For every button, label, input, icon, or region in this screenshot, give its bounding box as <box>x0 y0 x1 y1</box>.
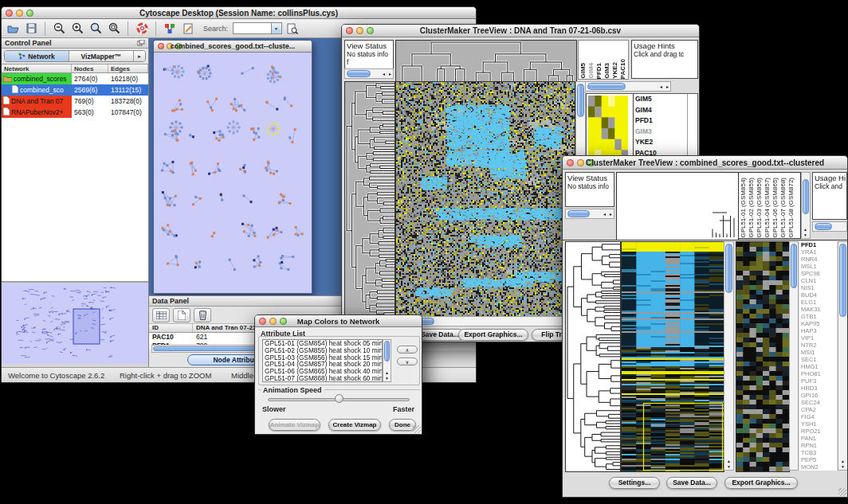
heatmap-zoom-canvas[interactable] <box>588 96 628 161</box>
scroll-left-icon[interactable] <box>382 72 386 76</box>
open-file-button[interactable] <box>5 21 21 37</box>
view-status-hscrollbar[interactable] <box>565 209 614 219</box>
gene-label[interactable]: RPO21 <box>799 428 837 435</box>
row-dendrogram-canvas[interactable] <box>344 81 395 317</box>
resize-grip[interactable] <box>838 488 846 496</box>
tab-vizmapper[interactable]: VizMapper™ <box>69 51 134 61</box>
gene-label[interactable]: FIG4 <box>799 413 837 420</box>
vizmapper-button[interactable] <box>162 21 178 37</box>
network-frame-titlebar[interactable]: combined_scores_good.txt--cluste... <box>154 41 312 53</box>
scrollbar-thumb[interactable] <box>384 341 390 361</box>
gene-label[interactable]: PAN1 <box>799 435 837 442</box>
delete-attribute-button[interactable] <box>194 308 211 322</box>
gene-label[interactable]: PUF3 <box>799 377 837 385</box>
scroll-right-icon[interactable] <box>609 212 613 217</box>
scrollbar-thumb[interactable] <box>725 244 732 293</box>
column-label[interactable]: GPL51-02 (GSM855) <box>748 178 756 238</box>
gene-label[interactable]: RPN1 <box>799 442 837 449</box>
tab-network[interactable]: Network <box>5 51 69 61</box>
scrollbar-thumb[interactable] <box>839 244 846 317</box>
network-row[interactable]: combined_sco 2569(6) 13112(15) <box>2 84 148 96</box>
column-label[interactable]: GPL51-07 (GSM868) <box>779 178 787 238</box>
treeview1-titlebar[interactable]: ClusterMaker TreeView : DNA and Tran 07-… <box>342 25 699 37</box>
scroll-up-icon[interactable] <box>385 370 389 375</box>
treeview2-titlebar[interactable]: ClusterMaker TreeView : combined_scores_… <box>563 156 847 170</box>
main-window-titlebar[interactable]: Cytoscape Desktop (Session Name: collins… <box>2 7 476 19</box>
gene-label[interactable]: ELG1 <box>799 299 837 306</box>
gene-label[interactable]: SPC98 <box>799 270 837 277</box>
scroll-right-icon[interactable] <box>388 72 392 76</box>
slider-thumb[interactable] <box>335 394 344 403</box>
overview-canvas[interactable] <box>2 283 147 363</box>
column-label[interactable]: GPL51-04 (GSM857) <box>764 178 771 238</box>
gene-label[interactable]: YRA1 <box>799 248 837 256</box>
dialog-titlebar[interactable]: Map Colors to Network <box>255 315 422 327</box>
zoom-vscrollbar[interactable] <box>789 241 799 471</box>
advanced-search-button[interactable] <box>285 21 300 37</box>
gene-label[interactable]: GIM3 <box>634 127 674 138</box>
gene-label[interactable]: YSH1 <box>799 420 837 428</box>
gene-label[interactable]: YKE2 <box>634 137 674 148</box>
column-label[interactable]: GPL51-01 (GSM854) <box>740 178 748 238</box>
gene-label[interactable]: TCB3 <box>799 449 837 456</box>
gene-label[interactable]: SEC24 <box>799 399 837 406</box>
gene-label[interactable]: MAK31 <box>799 306 837 313</box>
scroll-down-icon[interactable] <box>727 464 731 469</box>
zoom-in-button[interactable] <box>69 21 85 37</box>
gene-label[interactable]: RNR4 <box>799 256 837 263</box>
column-dendrogram-canvas[interactable] <box>395 40 577 83</box>
gene-label[interactable]: SEC1 <box>799 356 837 363</box>
scroll-left-icon[interactable] <box>659 84 663 89</box>
gene-label[interactable]: GTB1 <box>799 313 837 320</box>
column-label[interactable]: PFD1 <box>595 63 603 79</box>
save-button[interactable] <box>23 21 39 37</box>
gene-label[interactable]: KAP95 <box>799 320 837 327</box>
gene-label[interactable]: HAP3 <box>799 327 837 334</box>
column-label[interactable]: GIM5 <box>579 63 587 79</box>
move-down-button[interactable]: ∨ <box>397 357 418 365</box>
scroll-down-icon[interactable] <box>841 464 845 469</box>
column-label[interactable]: GIM3 <box>603 63 611 79</box>
heatmap-zoom-canvas[interactable] <box>736 241 790 472</box>
column-label[interactable]: PAC10 <box>619 59 627 79</box>
scroll-up-icon[interactable] <box>841 459 845 463</box>
animate-vizmap-button[interactable]: Animate Vizmap <box>269 419 320 431</box>
gene-label[interactable]: PFD1 <box>799 241 837 248</box>
select-attributes-button[interactable] <box>152 308 170 322</box>
settings-button[interactable]: Settings... <box>609 477 660 489</box>
scrollbar-thumb[interactable] <box>347 70 371 77</box>
gene-label[interactable]: CPA2 <box>799 406 837 413</box>
heatmap-vscrollbar[interactable] <box>724 241 734 471</box>
usage-hscrollbar[interactable] <box>812 221 847 232</box>
scrollbar-thumb[interactable] <box>587 83 626 90</box>
gene-label[interactable]: BUD4 <box>799 291 837 299</box>
gene-label[interactable]: GIM5 <box>634 94 674 105</box>
column-label[interactable]: GPL51-06 (GSM865) <box>771 178 779 238</box>
scroll-down-icon[interactable] <box>803 232 807 237</box>
gene-label[interactable]: HMG1 <box>799 363 837 370</box>
zoomview-hscrollbar[interactable] <box>585 81 671 92</box>
network-row[interactable]: combined_scores 2764(0) 16218(0) <box>2 73 148 84</box>
new-attribute-button[interactable] <box>173 308 190 322</box>
gene-label[interactable]: NTR2 <box>799 342 837 349</box>
zoom-out-button[interactable] <box>51 21 67 37</box>
gene-list-vscrollbar[interactable] <box>838 241 848 471</box>
scrollbar-thumb[interactable] <box>567 210 590 217</box>
move-up-button[interactable]: ∧ <box>397 346 418 354</box>
view-status-hscrollbar[interactable] <box>344 68 394 79</box>
birdseye-overview[interactable] <box>2 282 148 364</box>
scroll-up-icon[interactable] <box>727 459 731 463</box>
scroll-down-icon[interactable] <box>385 376 389 381</box>
heatmap-global-canvas[interactable] <box>621 241 724 472</box>
chevron-down-icon[interactable] <box>271 23 281 33</box>
row-dendrogram-canvas[interactable] <box>565 241 621 472</box>
column-header[interactable]: Network <box>2 64 72 72</box>
export-graphics-button[interactable]: Export Graphics... <box>458 329 528 341</box>
create-vizmap-button[interactable]: Create Vizmap <box>328 419 381 431</box>
save-data-button[interactable]: Save Data... <box>666 477 717 489</box>
column-label[interactable]: GPL51-08 (GSM872) <box>787 178 795 238</box>
gene-label[interactable]: MSI1 <box>799 349 837 356</box>
save-data-button[interactable]: Save Data... <box>415 329 465 341</box>
attribute-item[interactable]: GPL51-07 (GSM868) heat shock 60 min <box>263 375 382 382</box>
column-label[interactable]: GIM4 <box>587 63 595 79</box>
